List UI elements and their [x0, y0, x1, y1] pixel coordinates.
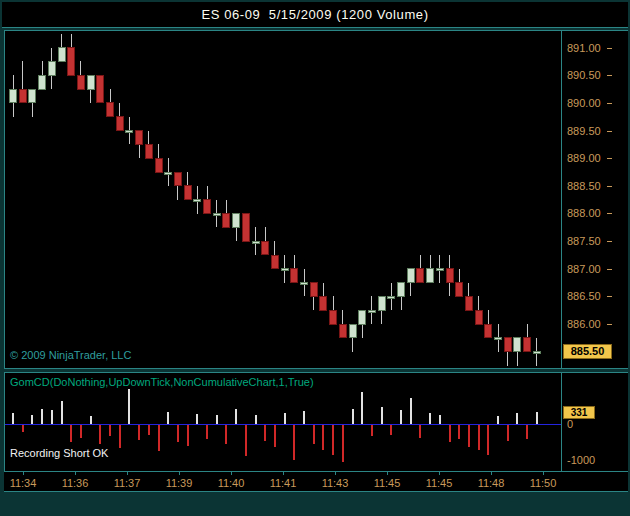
time-axis-label: 11:40 — [214, 477, 248, 489]
price-axis-tick — [607, 103, 612, 104]
time-axis-tick — [127, 472, 128, 475]
chart-title: ES 06-09 5/15/2009 (1200 Volume) — [201, 7, 428, 22]
price-axis-label: 891.00 — [567, 42, 601, 55]
price-axis-tick — [607, 75, 612, 76]
last-price-value: 885.50 — [571, 345, 605, 357]
price-axis-tick — [607, 324, 612, 325]
price-axis-label: 886.50 — [567, 290, 601, 303]
chart-title-bar: ES 06-09 5/15/2009 (1200 Volume) — [2, 2, 628, 28]
price-axis-label: 888.00 — [567, 207, 601, 220]
time-axis-label: 11:50 — [526, 477, 560, 489]
time-axis-label: 11:43 — [318, 477, 352, 489]
indicator-label: GomCD(DoNothing,UpDownTick,NonCumulative… — [10, 376, 314, 388]
price-axis-tick — [607, 48, 612, 49]
price-axis-label: 889.00 — [567, 152, 601, 165]
indicator-axis-label: -1000 — [567, 454, 595, 467]
time-axis-tick — [283, 472, 284, 475]
price-axis-tick — [607, 213, 612, 214]
indicator-value-box: 331 — [563, 406, 595, 419]
price-axis-label: 888.50 — [567, 180, 601, 193]
time-axis-label: 11:45 — [370, 477, 404, 489]
price-axis-tick — [607, 269, 612, 270]
time-axis-tick — [543, 472, 544, 475]
time-axis-label: 11:36 — [58, 477, 92, 489]
time-axis-label: 11:34 — [6, 477, 40, 489]
time-axis-tick — [231, 472, 232, 475]
time-axis[interactable]: 11:3411:3611:3711:3911:4011:4111:4311:45… — [4, 472, 628, 492]
time-axis-label: 11:41 — [266, 477, 300, 489]
time-axis-tick — [387, 472, 388, 475]
time-axis-tick — [439, 472, 440, 475]
time-axis-tick — [491, 472, 492, 475]
time-axis-label: 11:37 — [110, 477, 144, 489]
last-price-box: 885.50 — [563, 344, 612, 359]
price-axis-label: 887.00 — [567, 263, 601, 276]
copyright-label: © 2009 NinjaTrader, LLC — [10, 349, 131, 361]
chart-window: ES 06-09 5/15/2009 (1200 Volume) © 2009 … — [0, 0, 630, 516]
price-axis-label: 889.50 — [567, 125, 601, 138]
candlestick-chart[interactable] — [5, 31, 561, 368]
price-panel[interactable]: © 2009 NinjaTrader, LLC — [4, 30, 562, 369]
time-axis-label: 11:48 — [474, 477, 508, 489]
price-axis-label: 890.50 — [567, 69, 601, 82]
price-axis-tick — [607, 158, 612, 159]
indicator-panel[interactable]: GomCD(DoNothing,UpDownTick,NonCumulative… — [4, 372, 562, 472]
price-axis-label: 890.00 — [567, 97, 601, 110]
price-axis-labels: 891.00890.50890.00889.50889.00888.50888.… — [562, 31, 628, 368]
indicator-axis[interactable]: 331 0-1000 — [562, 372, 628, 472]
time-axis-tick — [179, 472, 180, 475]
price-axis-label: 886.00 — [567, 318, 601, 331]
indicator-value: 331 — [571, 407, 588, 418]
recording-status: Recording Short OK — [10, 447, 108, 459]
price-axis-tick — [607, 186, 612, 187]
time-axis-tick — [335, 472, 336, 475]
time-axis-tick — [23, 472, 24, 475]
time-axis-tick — [75, 472, 76, 475]
price-axis-label: 887.50 — [567, 235, 601, 248]
time-axis-label: 11:45 — [422, 477, 456, 489]
time-axis-label: 11:39 — [162, 477, 196, 489]
price-axis-tick — [607, 131, 612, 132]
price-axis-tick — [607, 241, 612, 242]
price-axis-tick — [607, 296, 612, 297]
indicator-axis-label: 0 — [567, 418, 573, 431]
price-axis[interactable]: 891.00890.50890.00889.50889.00888.50888.… — [562, 30, 628, 369]
